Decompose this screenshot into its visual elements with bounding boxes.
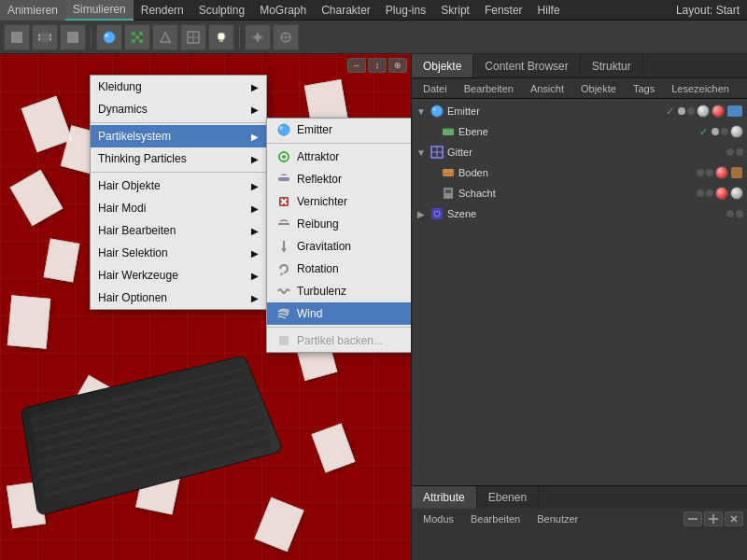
sub-gravitation[interactable]: Gravitation	[267, 235, 411, 258]
svg-marker-38	[280, 273, 284, 275]
submenu-objekte[interactable]: Objekte	[573, 81, 624, 96]
menu-charakter[interactable]: Charakter	[314, 0, 378, 21]
attr-tab-ebenen[interactable]: Ebenen	[477, 486, 539, 509]
attr-submenu-bearbeiten[interactable]: Bearbeiten	[463, 511, 528, 526]
hair-objekte-label: Hair Objekte	[98, 179, 161, 192]
sub-wind[interactable]: Wind	[267, 302, 411, 325]
menu-hair-selektion[interactable]: Hair Selektion ▶	[91, 242, 266, 264]
menu-hilfe[interactable]: Hilfe	[530, 0, 568, 21]
toolbar-btn-2[interactable]	[60, 24, 86, 50]
attr-btn-3[interactable]	[725, 511, 743, 526]
sub-rotation[interactable]: Rotation	[267, 258, 411, 280]
tab-content-browser[interactable]: Content Browser	[473, 54, 580, 77]
attr-btn-1[interactable]	[684, 511, 702, 526]
label-szene: Szene	[447, 208, 725, 219]
tree-item-boden[interactable]: ▶ Boden	[412, 162, 747, 183]
expand-gitter[interactable]: ▼	[416, 147, 427, 158]
dot-gitter-1[interactable]	[726, 148, 734, 156]
sub-emitter[interactable]: Emitter	[267, 119, 411, 141]
expand-szene[interactable]: ▶	[416, 209, 427, 219]
svg-rect-54	[431, 208, 443, 219]
tree-item-emitter[interactable]: ▼ Emitter ✓	[412, 101, 747, 121]
toolbar-btn-particles[interactable]	[124, 24, 150, 50]
attr-btn-2[interactable]	[704, 511, 723, 526]
sub-reflektor[interactable]: Reflektor	[267, 168, 411, 190]
attraktor-icon	[275, 147, 293, 166]
toolbar-btn-film[interactable]	[32, 24, 58, 50]
tree-item-ebene[interactable]: ▶ Ebene ✓	[412, 121, 747, 142]
menu-hair-objekte[interactable]: Hair Objekte ▶	[91, 175, 266, 197]
tab-objekte[interactable]: Objekte	[412, 54, 473, 77]
tree-item-schacht[interactable]: ▶ Schacht	[412, 183, 747, 203]
menu-skript[interactable]: Skript	[433, 0, 477, 21]
toolbar-btn-grid[interactable]	[180, 24, 206, 50]
toolbar-btn-nav1[interactable]	[245, 24, 271, 50]
menu-rendern[interactable]: Rendern	[134, 0, 191, 21]
menu-thinking-particles[interactable]: Thinking Particles ▶	[91, 147, 266, 170]
turbulenz-icon	[275, 282, 293, 301]
submenu-ansicht[interactable]: Ansicht	[523, 81, 571, 96]
dot-emitter-1[interactable]	[678, 107, 685, 115]
panel-submenu: Datei Bearbeiten Ansicht Objekte Tags Le…	[412, 78, 747, 99]
sub-attraktor[interactable]: Attraktor	[267, 146, 411, 168]
dot-emitter-2[interactable]	[687, 107, 695, 115]
vp-nav-btn-1[interactable]: ↔	[347, 58, 366, 73]
vp-nav-btn-3[interactable]: ⊕	[388, 58, 407, 73]
expand-ebene[interactable]: ▶	[427, 127, 438, 137]
viewport-nav: ↔ ↕ ⊕	[347, 58, 407, 73]
expand-emitter[interactable]: ▼	[416, 106, 427, 117]
toolbar-btn-arrow[interactable]	[152, 24, 178, 50]
sub-reibung[interactable]: Reibung	[267, 213, 411, 235]
dot-szene-2[interactable]	[736, 210, 743, 217]
submenu-tags[interactable]: Tags	[626, 81, 662, 96]
menu-hair-werkzeuge[interactable]: Hair Werkzeuge ▶	[91, 264, 266, 287]
dot-schacht-2[interactable]	[706, 189, 713, 197]
controls-gitter	[726, 148, 743, 156]
expand-boden[interactable]: ▶	[427, 168, 438, 178]
sphere-red-schacht	[715, 187, 728, 200]
dot-boden-2[interactable]	[706, 169, 713, 176]
svg-point-15	[139, 39, 143, 43]
dot-ebene-2[interactable]	[721, 128, 728, 135]
menu-hair-bearbeiten[interactable]: Hair Bearbeiten ▶	[91, 219, 266, 242]
menu-dynamics[interactable]: Dynamics ▶	[91, 98, 266, 120]
menu-mograph[interactable]: MoGraph	[252, 0, 314, 21]
menu-kleidung[interactable]: Kleidung ▶	[91, 76, 266, 98]
tree-item-gitter[interactable]: ▼ Gitter	[412, 142, 747, 162]
layout-selector[interactable]: Layout: Start	[669, 4, 747, 17]
attr-submenu-modus[interactable]: Modus	[416, 511, 461, 526]
submenu-lesezeichen[interactable]: Lesezeichen	[664, 81, 737, 96]
viewport[interactable]: ↔ ↕ ⊕ Kleidung ▶ Dynamics ▶ Partikelsyst…	[0, 54, 411, 560]
backen-icon	[275, 331, 293, 350]
menu-fenster[interactable]: Fenster	[477, 0, 530, 21]
toolbar-btn-bulb[interactable]	[208, 24, 234, 50]
menu-plugins[interactable]: Plug-ins	[378, 0, 433, 21]
vp-nav-btn-2[interactable]: ↕	[368, 58, 387, 73]
tree-item-szene[interactable]: ▶ Szene	[412, 203, 747, 224]
toolbar-btn-emitter[interactable]	[96, 24, 122, 50]
menu-simulieren[interactable]: Simulieren	[65, 0, 134, 21]
menu-hair-optionen[interactable]: Hair Optionen ▶	[91, 287, 266, 309]
menu-sculpting[interactable]: Sculpting	[191, 0, 252, 21]
dot-gitter-2[interactable]	[736, 148, 743, 156]
toolbar-btn-0[interactable]	[4, 24, 30, 50]
menu-animieren[interactable]: Animieren	[0, 0, 65, 21]
sub-turbulenz[interactable]: Turbulenz	[267, 280, 411, 302]
attr-submenu-benutzer[interactable]: Benutzer	[529, 511, 585, 526]
sub-vernichter[interactable]: Vernichter	[267, 190, 411, 213]
toolbar-btn-nav2[interactable]	[273, 24, 299, 50]
attr-tab-attribute[interactable]: Attribute	[412, 486, 477, 509]
menu-partikelsystem[interactable]: Partikelsystem ▶	[91, 125, 266, 147]
submenu-datei[interactable]: Datei	[416, 81, 455, 96]
expand-schacht[interactable]: ▶	[427, 189, 438, 199]
attr-tabs: Attribute Ebenen	[412, 486, 747, 509]
reflektor-icon	[275, 170, 293, 189]
dot-schacht-1[interactable]	[697, 189, 704, 197]
svg-rect-49	[443, 169, 454, 176]
dot-ebene-1[interactable]	[712, 128, 719, 135]
menu-hair-modi[interactable]: Hair Modi ▶	[91, 197, 266, 219]
submenu-bearbeiten[interactable]: Bearbeiten	[457, 81, 521, 96]
dot-szene-1[interactable]	[726, 210, 734, 217]
tab-struktur[interactable]: Struktur	[581, 54, 643, 77]
dot-boden-1[interactable]	[697, 169, 704, 176]
